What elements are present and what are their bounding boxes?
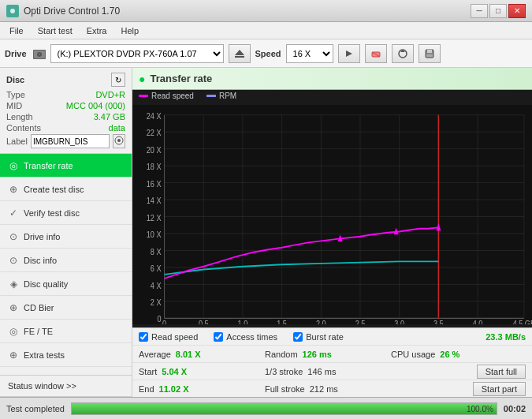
chart-title: Transfer rate bbox=[150, 73, 212, 84]
svg-text:4 X: 4 X bbox=[151, 281, 162, 290]
speed-select[interactable]: 16 X bbox=[286, 44, 333, 63]
nav-cd-bier[interactable]: ⊕ CD Bier bbox=[0, 296, 132, 320]
label-input[interactable] bbox=[31, 134, 110, 148]
nav-transfer-rate[interactable]: ◎ Transfer rate bbox=[0, 154, 132, 178]
title-bar-left: Opti Drive Control 1.70 bbox=[6, 5, 120, 17]
access-times-checkbox[interactable] bbox=[214, 332, 223, 342]
refresh-button[interactable] bbox=[392, 44, 414, 63]
length-label: Length bbox=[6, 112, 33, 122]
svg-text:4.5 GB: 4.5 GB bbox=[513, 319, 532, 324]
close-button[interactable]: ✕ bbox=[508, 4, 526, 18]
svg-text:16 X: 16 X bbox=[147, 179, 162, 189]
svg-point-5 bbox=[39, 54, 40, 55]
legend-read-speed-color bbox=[139, 95, 148, 97]
label-label: Label bbox=[6, 137, 28, 146]
svg-point-17 bbox=[117, 139, 121, 142]
maximize-button[interactable]: □ bbox=[489, 4, 507, 18]
burst-rate-value: 23.3 MB/s bbox=[485, 332, 526, 342]
nav-fe-te[interactable]: ◎ FE / TE bbox=[0, 320, 132, 343]
legend-rpm: RPM bbox=[206, 92, 236, 100]
title-bar: Opti Drive Control 1.70 ─ □ ✕ bbox=[0, 0, 532, 22]
save-button[interactable] bbox=[419, 44, 441, 63]
svg-text:4.0: 4.0 bbox=[473, 319, 483, 324]
menu-start-test[interactable]: Start test bbox=[32, 24, 79, 37]
read-speed-checkbox[interactable] bbox=[139, 332, 148, 342]
type-value: DVD+R bbox=[95, 90, 125, 99]
legend-read-speed: Read speed bbox=[139, 92, 194, 100]
svg-text:1.5: 1.5 bbox=[277, 319, 287, 324]
svg-text:20 X: 20 X bbox=[147, 145, 162, 155]
disc-refresh-button[interactable]: ↻ bbox=[111, 73, 125, 87]
svg-text:14 X: 14 X bbox=[147, 196, 162, 205]
nav-menu: ◎ Transfer rate ⊕ Create test disc ✓ Ver… bbox=[0, 154, 132, 375]
random-stat: Random 126 ms bbox=[265, 350, 391, 359]
disc-quality-icon: ◈ bbox=[8, 279, 19, 290]
disc-info-icon: ⊙ bbox=[8, 255, 19, 266]
drive-info-icon: ⊙ bbox=[8, 231, 19, 242]
chart-legend: Read speed RPM bbox=[132, 90, 532, 102]
apply-speed-button[interactable] bbox=[338, 44, 360, 63]
svg-text:18 X: 18 X bbox=[147, 162, 162, 171]
status-window-button[interactable]: Status window >> bbox=[0, 375, 132, 397]
nav-disc-info[interactable]: ⊙ Disc info bbox=[0, 249, 132, 272]
length-value: 3.47 GB bbox=[94, 112, 125, 122]
chart-icon: ● bbox=[139, 73, 145, 85]
cpu-stat: CPU usage 26 % bbox=[391, 350, 517, 359]
svg-point-1 bbox=[10, 9, 15, 13]
svg-text:1.0: 1.0 bbox=[238, 319, 248, 324]
stats-row-3: End 11.02 X Full stroke 212 ms Start par… bbox=[132, 380, 532, 397]
type-label: Type bbox=[6, 90, 25, 99]
menu-help[interactable]: Help bbox=[114, 24, 145, 37]
contents-label: Contents bbox=[6, 123, 41, 133]
create-test-icon: ⊕ bbox=[8, 184, 19, 195]
right-panel: ● Transfer rate Read speed RPM bbox=[132, 68, 532, 397]
svg-marker-8 bbox=[346, 51, 352, 57]
stroke13-stat: 1/3 stroke 146 ms bbox=[265, 367, 391, 376]
nav-verify-test-disc[interactable]: ✓ Verify test disc bbox=[0, 201, 132, 225]
drive-select[interactable]: (K:) PLEXTOR DVDR PX-760A 1.07 bbox=[50, 44, 224, 63]
fe-te-icon: ◎ bbox=[8, 326, 19, 337]
progress-bar-container: Test completed 100.0% 00:02 bbox=[0, 397, 532, 419]
window-controls: ─ □ ✕ bbox=[471, 4, 526, 18]
transfer-rate-icon: ◎ bbox=[8, 160, 19, 171]
nav-disc-quality[interactable]: ◈ Disc quality bbox=[0, 272, 132, 296]
progress-percent: 100.0% bbox=[467, 403, 493, 416]
start-full-button[interactable]: Start full bbox=[477, 365, 526, 379]
app-title: Opti Drive Control 1.70 bbox=[24, 6, 120, 17]
svg-text:10 X: 10 X bbox=[147, 230, 162, 239]
stats-row-2: Start 5.04 X 1/3 stroke 146 ms Start ful… bbox=[132, 362, 532, 380]
start-part-button[interactable]: Start part bbox=[473, 382, 526, 396]
svg-text:3.0: 3.0 bbox=[394, 319, 404, 324]
chart-header: ● Transfer rate bbox=[132, 68, 532, 90]
erase-button[interactable] bbox=[365, 44, 387, 63]
disc-section: Disc ↻ Type DVD+R MID MCC 004 (000) Leng… bbox=[0, 68, 132, 154]
progress-time: 00:02 bbox=[504, 404, 526, 413]
svg-rect-14 bbox=[427, 50, 432, 53]
legend-rpm-color bbox=[206, 95, 216, 97]
svg-text:2.0: 2.0 bbox=[316, 319, 326, 324]
nav-create-test-disc[interactable]: ⊕ Create test disc bbox=[0, 178, 132, 201]
average-stat: Average 8.01 X bbox=[139, 350, 265, 359]
progress-fill bbox=[72, 403, 497, 414]
eject-button[interactable] bbox=[229, 44, 251, 63]
main-content: Disc ↻ Type DVD+R MID MCC 004 (000) Leng… bbox=[0, 68, 532, 397]
nav-drive-info[interactable]: ⊙ Drive info bbox=[0, 225, 132, 249]
progress-track: 100.0% bbox=[71, 402, 497, 415]
svg-text:12 X: 12 X bbox=[147, 213, 162, 223]
burst-rate-checkbox[interactable] bbox=[293, 332, 303, 342]
checkboxes-row: Read speed Access times Burst rate 23.3 … bbox=[132, 327, 532, 345]
contents-value: data bbox=[109, 123, 125, 133]
mid-value: MCC 004 (000) bbox=[66, 101, 125, 110]
svg-text:6 X: 6 X bbox=[151, 264, 162, 273]
svg-text:2 X: 2 X bbox=[151, 297, 162, 307]
speed-label: Speed bbox=[255, 49, 281, 58]
minimize-button[interactable]: ─ bbox=[471, 4, 488, 18]
stats-row-1: Average 8.01 X Random 126 ms CPU usage 2… bbox=[132, 345, 532, 362]
nav-extra-tests[interactable]: ⊕ Extra tests bbox=[0, 343, 132, 367]
menu-extra[interactable]: Extra bbox=[80, 24, 113, 37]
chart-svg: 24 X 22 X 20 X 18 X 16 X 14 X 12 X 10 X … bbox=[132, 105, 532, 324]
menu-file[interactable]: File bbox=[3, 24, 30, 37]
svg-rect-15 bbox=[426, 54, 433, 57]
read-speed-checkbox-item: Read speed bbox=[139, 332, 198, 342]
label-edit-button[interactable] bbox=[113, 134, 125, 148]
